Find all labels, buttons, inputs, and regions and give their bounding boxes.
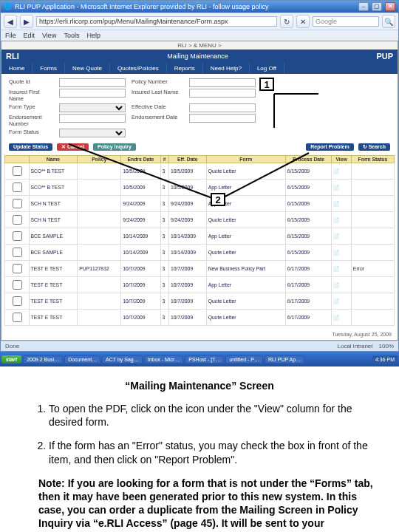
task-item[interactable]: 2009.2 Busi…	[23, 355, 63, 364]
tab-home[interactable]: Home	[1, 63, 33, 74]
row-checkbox[interactable]	[13, 231, 22, 241]
in-last-name[interactable]	[189, 89, 256, 98]
view-pdf-icon[interactable]: 📄	[333, 168, 339, 174]
refresh-button[interactable]: ↻	[280, 15, 293, 28]
search-box[interactable]: Google	[313, 16, 379, 27]
view-pdf-icon[interactable]: 📄	[333, 185, 339, 190]
row-checkbox[interactable]	[13, 183, 22, 192]
col-header[interactable]	[5, 156, 30, 163]
menu-file[interactable]: File	[5, 32, 16, 39]
view-pdf-icon[interactable]: 📄	[333, 315, 339, 320]
task-item[interactable]: Inbox - Micr…	[144, 355, 184, 364]
update-status-button[interactable]: Update Status	[9, 143, 52, 151]
col-header[interactable]: View	[332, 156, 351, 163]
row-checkbox[interactable]	[13, 199, 22, 208]
table-cell: 3	[160, 163, 168, 180]
in-endorsement-date[interactable]	[189, 114, 256, 123]
row-checkbox[interactable]	[13, 264, 22, 273]
table-cell: Quote Letter	[206, 212, 285, 228]
table-cell: 10/14/2009	[121, 245, 160, 261]
menu-view[interactable]: View	[42, 32, 56, 39]
task-item[interactable]: Document…	[64, 355, 100, 364]
view-pdf-icon[interactable]: 📄	[333, 233, 339, 239]
row-checkbox[interactable]	[13, 296, 22, 306]
table-cell: Quote Letter	[206, 245, 285, 261]
status-zoom[interactable]: 100%	[379, 343, 394, 349]
stop-button[interactable]: ✕	[296, 15, 310, 28]
in-eff-date[interactable]	[189, 103, 256, 112]
task-item[interactable]: PSHost - [T…	[185, 355, 224, 364]
view-pdf-icon[interactable]: 📄	[333, 282, 339, 287]
browser-window: 🌐 RLI PUP Application - Microsoft Intern…	[0, 0, 399, 352]
status-left: Done	[5, 343, 19, 349]
search-button[interactable]: ↻ Search	[358, 143, 390, 151]
cancel-button[interactable]: ✕ Cancel	[57, 143, 89, 151]
col-header[interactable]: Form	[206, 156, 285, 163]
in-first-name[interactable]	[59, 89, 126, 98]
table-cell: 3	[160, 293, 168, 310]
table-cell: 9/24/2009	[121, 212, 160, 228]
favicon: 🌐	[4, 3, 12, 10]
tab-forms[interactable]: Forms	[33, 63, 65, 74]
policy-inquiry-button[interactable]: Policy Inquiry	[93, 143, 136, 151]
view-pdf-icon[interactable]: 📄	[333, 266, 339, 271]
windows-taskbar: start 2009.2 Busi… Document… ACT by Sag……	[0, 352, 399, 366]
col-header[interactable]: Endrs Date	[121, 156, 160, 163]
task-item[interactable]: RLI PUP Ap…	[265, 355, 304, 364]
table-cell	[5, 261, 30, 277]
search-go-button[interactable]: 🔍	[382, 15, 395, 28]
menu-tools[interactable]: Tools	[64, 32, 79, 39]
forward-button[interactable]: ▶	[20, 15, 33, 28]
lbl-eff-date: Effective Date	[132, 103, 183, 112]
close-button[interactable]: ✕	[385, 2, 395, 11]
task-item[interactable]: untitled - P…	[225, 355, 262, 364]
back-button[interactable]: ◀	[4, 15, 17, 28]
in-endorsement-no[interactable]	[59, 114, 126, 123]
col-header[interactable]: Name	[29, 156, 78, 163]
tab-new-quote[interactable]: New Quote	[65, 63, 110, 74]
table-cell	[5, 180, 30, 196]
col-header[interactable]: Policy	[78, 156, 121, 163]
tab-need-help[interactable]: Need Help?	[203, 63, 250, 74]
col-header[interactable]: Form Status	[351, 156, 394, 163]
view-pdf-icon[interactable]: 📄	[333, 299, 339, 304]
in-form-status[interactable]	[59, 129, 126, 137]
row-checkbox[interactable]	[13, 166, 22, 176]
tab-reports[interactable]: Reports	[167, 63, 203, 74]
table-cell: 📄	[332, 293, 351, 310]
app-tabs: Home Forms New Quote Quotes/Policies Rep…	[1, 63, 398, 74]
row-checkbox[interactable]	[13, 215, 22, 225]
col-header[interactable]: Process Date	[285, 156, 332, 163]
table-cell: TEST E TEST	[29, 277, 78, 293]
view-pdf-icon[interactable]: 📄	[333, 217, 339, 222]
maximize-button[interactable]: ▢	[372, 2, 382, 11]
in-form-type[interactable]	[59, 103, 126, 112]
in-quote-id[interactable]	[59, 78, 126, 87]
row-checkbox[interactable]	[13, 248, 22, 257]
table-cell: 📄	[332, 212, 351, 228]
row-checkbox[interactable]	[13, 313, 22, 322]
address-bar[interactable]: https://erli.rlicorp.com/pup/Menu/Mailin…	[36, 16, 277, 27]
app-frame: RLI > & MENU > RLI Mailing Maintenance P…	[1, 41, 398, 341]
table-cell: 3	[160, 212, 168, 228]
row-checkbox[interactable]	[13, 280, 22, 290]
system-tray-clock[interactable]: 4:36 PM	[372, 355, 398, 364]
view-pdf-icon[interactable]: 📄	[333, 201, 339, 206]
col-header[interactable]: Eff. Date	[168, 156, 206, 163]
menu-edit[interactable]: Edit	[24, 32, 35, 39]
table-cell: TEST E TEST	[29, 310, 78, 326]
view-pdf-icon[interactable]: 📄	[333, 250, 339, 255]
task-item[interactable]: ACT by Sag…	[102, 355, 143, 364]
table-cell: 3	[160, 245, 168, 261]
menu-help[interactable]: Help	[86, 32, 100, 39]
tab-log-off[interactable]: Log Off	[250, 63, 284, 74]
table-cell	[78, 212, 121, 228]
table-cell	[351, 228, 394, 245]
table-cell	[351, 293, 394, 310]
in-policy-number[interactable]	[189, 78, 256, 87]
start-button[interactable]: start	[1, 355, 21, 364]
minimize-button[interactable]: –	[358, 2, 369, 11]
tab-quotes-policies[interactable]: Quotes/Policies	[110, 63, 167, 74]
report-problem-button[interactable]: Report Problem	[306, 143, 354, 151]
col-header[interactable]: #	[160, 156, 168, 163]
